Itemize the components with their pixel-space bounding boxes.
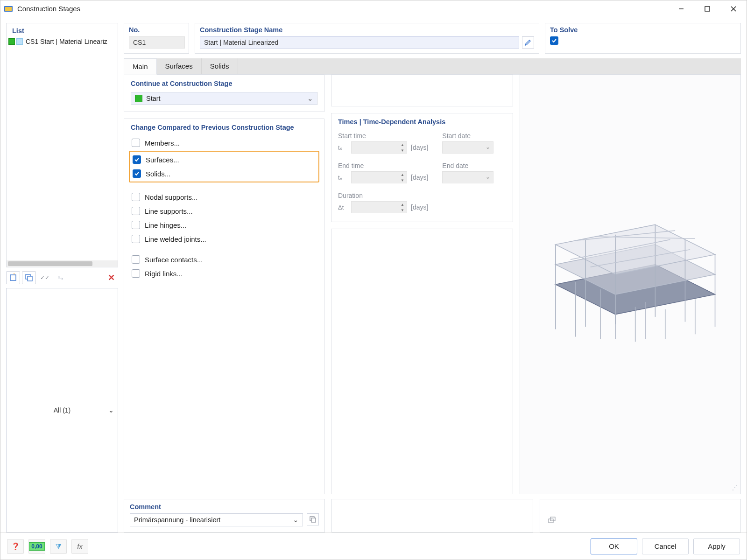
list-item[interactable]: CS1 Start | Material Lineariz — [7, 36, 118, 47]
minimize-button[interactable] — [668, 0, 694, 17]
filter-button[interactable]: ⧩ — [50, 539, 67, 554]
layers-icon — [548, 516, 556, 525]
pencil-icon — [524, 39, 532, 46]
start-time-input[interactable]: ▲▼ — [351, 141, 407, 154]
nodal-supports-checkbox-row[interactable]: Nodal supports... — [131, 190, 317, 204]
highlighted-changes: Surfaces... Solids... — [129, 151, 319, 182]
dialog-footer: ❓ 0,00 ⧩ fx OK Cancel Apply — [0, 532, 747, 560]
check-button[interactable]: ✓✓ — [38, 271, 52, 284]
solids-checkbox-row[interactable]: Solids... — [132, 167, 317, 181]
svg-rect-9 — [28, 276, 32, 281]
continue-stage-select[interactable]: Start ⌄ — [131, 92, 317, 105]
checkbox[interactable] — [132, 255, 140, 264]
line-welded-joints-checkbox-row[interactable]: Line welded joints... — [131, 232, 317, 246]
duration-input[interactable]: ▲▼ — [351, 201, 407, 213]
spinner-down-icon[interactable]: ▼ — [398, 147, 407, 153]
comment-aux-box — [331, 499, 533, 532]
fx-icon: fx — [77, 542, 83, 550]
solve-checkbox[interactable] — [550, 36, 558, 45]
units-button[interactable]: 0,00 — [28, 539, 45, 554]
color-swatch-icon — [8, 38, 15, 45]
svg-rect-3 — [705, 7, 710, 11]
empty-group-bottom — [331, 229, 513, 494]
checkbox[interactable] — [132, 221, 140, 229]
cancel-button[interactable]: Cancel — [642, 539, 689, 554]
help-icon: ❓ — [11, 542, 20, 551]
window-title: Construction Stages — [17, 5, 668, 13]
line-supports-checkbox-row[interactable]: Line supports... — [131, 204, 317, 218]
help-button[interactable]: ❓ — [7, 539, 24, 554]
svg-rect-31 — [311, 518, 316, 522]
changes-group: Change Compared to Previous Construction… — [124, 119, 324, 494]
app-icon — [3, 4, 14, 14]
resize-grip-icon[interactable]: ⋰ — [732, 484, 738, 491]
chevron-down-icon: ⌄ — [486, 144, 490, 150]
members-checkbox-row[interactable]: Members... — [131, 136, 317, 150]
titlebar: Construction Stages — [0, 0, 747, 17]
color-swatch-icon — [135, 95, 142, 102]
number-label: No. — [129, 26, 184, 34]
check-icon — [551, 38, 557, 43]
comment-library-button[interactable] — [307, 513, 319, 525]
continue-group: Continue at Construction Stage Start ⌄ — [124, 75, 324, 112]
chevron-down-icon: ⌄ — [486, 174, 490, 180]
edit-name-button[interactable] — [522, 36, 534, 49]
spinner-up-icon[interactable]: ▲ — [398, 202, 407, 207]
checkbox[interactable] — [132, 235, 140, 243]
check-icon — [134, 157, 140, 162]
funnel-icon: ⧩ — [56, 542, 62, 551]
apply-button[interactable]: Apply — [693, 539, 740, 554]
number-box: No. CS1 — [124, 23, 189, 54]
ok-button[interactable]: OK — [591, 539, 637, 554]
solve-label: To Solve — [550, 26, 736, 34]
copy-item-button[interactable] — [22, 271, 36, 284]
check-icon — [134, 171, 140, 176]
spinner-down-icon[interactable]: ▼ — [398, 207, 407, 213]
spinner-up-icon[interactable]: ▲ — [398, 142, 407, 147]
checkbox[interactable] — [132, 207, 140, 215]
list-header: List — [7, 23, 118, 36]
name-input[interactable]: Start | Material Linearized — [200, 36, 519, 49]
function-button[interactable]: fx — [71, 539, 88, 554]
number-input[interactable]: CS1 — [129, 36, 185, 49]
tab-surfaces[interactable]: Surfaces — [157, 58, 202, 74]
name-box: Construction Stage Name Start | Material… — [195, 23, 539, 54]
comment-box: Comment Primärspannung - linearisiert ⌄ — [124, 499, 325, 532]
chevron-down-icon: ⌄ — [293, 516, 299, 524]
checkbox[interactable] — [132, 139, 140, 147]
close-button[interactable] — [720, 0, 747, 17]
list-item-label: CS1 Start | Material Lineariz — [26, 38, 107, 45]
line-hinges-checkbox-row[interactable]: Line hinges... — [131, 218, 317, 232]
list-filter-label: All (1) — [54, 406, 71, 414]
swap-button[interactable]: ⇆ — [54, 271, 68, 284]
list-filter-select[interactable]: All (1) ⌄ — [6, 288, 118, 532]
horizontal-scrollbar[interactable] — [7, 260, 118, 267]
checkbox[interactable] — [132, 193, 140, 201]
end-date-input[interactable]: ⌄ — [442, 171, 493, 183]
preview-tools-box — [540, 499, 741, 532]
delete-button[interactable]: ✕ — [104, 271, 118, 284]
checkbox[interactable] — [133, 169, 141, 178]
rigid-links-checkbox-row[interactable]: Rigid links... — [131, 266, 317, 280]
preview-3d[interactable]: ⋰ — [520, 75, 741, 494]
name-label: Construction Stage Name — [200, 26, 534, 34]
tabs: Main Surfaces Solids — [124, 58, 741, 75]
spinner-up-icon[interactable]: ▲ — [398, 172, 407, 177]
svg-rect-1 — [5, 7, 12, 11]
new-item-button[interactable]: ✦ — [6, 271, 20, 284]
checkbox[interactable] — [132, 269, 140, 278]
surface-contacts-checkbox-row[interactable]: Surface contacts... — [131, 252, 317, 266]
maximize-button[interactable] — [694, 0, 720, 17]
checkbox[interactable] — [133, 155, 141, 164]
spinner-down-icon[interactable]: ▼ — [398, 177, 407, 183]
chevron-down-icon: ⌄ — [108, 406, 114, 414]
surfaces-checkbox-row[interactable]: Surfaces... — [132, 153, 317, 167]
end-time-input[interactable]: ▲▼ — [351, 171, 407, 183]
tab-solids[interactable]: Solids — [202, 58, 238, 74]
tab-main[interactable]: Main — [124, 58, 157, 75]
preview-settings-button[interactable] — [546, 514, 558, 526]
comment-select[interactable]: Primärspannung - linearisiert ⌄ — [130, 513, 303, 526]
chevron-down-icon: ⌄ — [307, 95, 313, 102]
color-swatch-icon — [16, 38, 23, 45]
start-date-input[interactable]: ⌄ — [442, 141, 493, 154]
